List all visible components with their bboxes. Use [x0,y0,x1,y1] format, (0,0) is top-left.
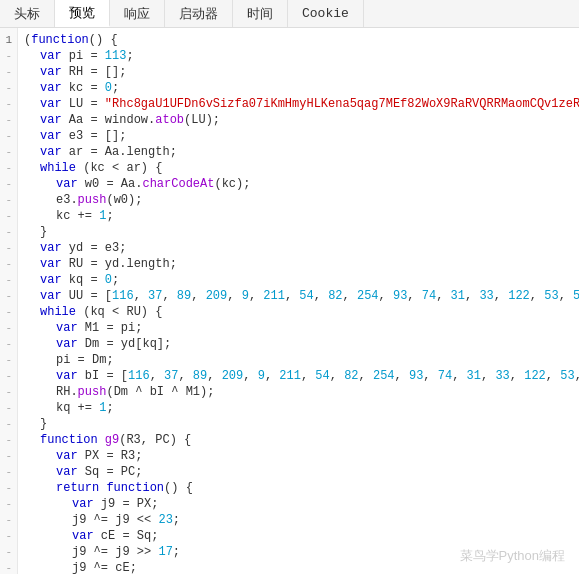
code-line-14: var yd = e3; [40,240,573,256]
code-line-3: var RH = []; [40,64,573,80]
code-line-25: } [40,416,573,432]
code-line-28: var Sq = PC; [56,464,573,480]
code-line-15: var RU = yd.length; [40,256,573,272]
code-line-9: while (kc < ar) { [40,160,573,176]
code-line-26: function g9(R3, PC) { [40,432,573,448]
code-line-2: var pi = 113; [40,48,573,64]
code-line-24: kq += 1; [56,400,573,416]
line-numbers: 1 - - - - - - - - - - - - - - - - - - - … [0,28,18,574]
code-line-29: return function() { [56,480,573,496]
tab-timing[interactable]: 时间 [233,0,288,27]
code-line-13: } [40,224,573,240]
code-line-19: var M1 = pi; [56,320,573,336]
code-line-22: var bI = [116, 37, 89, 209, 9, 211, 54, … [56,368,573,384]
code-line-20: var Dm = yd[kq]; [56,336,573,352]
code-line-1: (function() { [24,32,573,48]
code-line-34: j9 ^= cE; [72,560,573,574]
code-line-33: j9 ^= j9 >> 17; [72,544,573,560]
code-line-11: e3.push(w0); [56,192,573,208]
code-line-17: var UU = [116, 37, 89, 209, 9, 211, 54, … [40,288,573,304]
code-line-21: pi = Dm; [56,352,573,368]
tab-cookie[interactable]: Cookie [288,0,364,27]
code-line-27: var PX = R3; [56,448,573,464]
code-line-30: var j9 = PX; [72,496,573,512]
code-line-16: var kq = 0; [40,272,573,288]
tab-preview[interactable]: 预览 [55,0,110,27]
code-area[interactable]: (function() { var pi = 113; var RH = [];… [18,28,579,574]
tab-bar: 头标 预览 响应 启动器 时间 Cookie [0,0,579,28]
tab-initiator[interactable]: 启动器 [165,0,233,27]
code-line-5: var LU = "Rhc8gaU1UFDn6vSizfa07iKmHmyHLK… [40,96,573,112]
code-line-23: RH.push(Dm ^ bI ^ M1); [56,384,573,400]
code-container: 1 - - - - - - - - - - - - - - - - - - - … [0,28,579,574]
code-line-18: while (kq < RU) { [40,304,573,320]
code-line-31: j9 ^= j9 << 23; [72,512,573,528]
code-line-10: var w0 = Aa.charCodeAt(kc); [56,176,573,192]
code-line-4: var kc = 0; [40,80,573,96]
code-line-32: var cE = Sq; [72,528,573,544]
code-line-8: var ar = Aa.length; [40,144,573,160]
tab-headers[interactable]: 头标 [0,0,55,27]
code-line-7: var e3 = []; [40,128,573,144]
code-line-12: kc += 1; [56,208,573,224]
tab-response[interactable]: 响应 [110,0,165,27]
code-line-6: var Aa = window.atob(LU); [40,112,573,128]
